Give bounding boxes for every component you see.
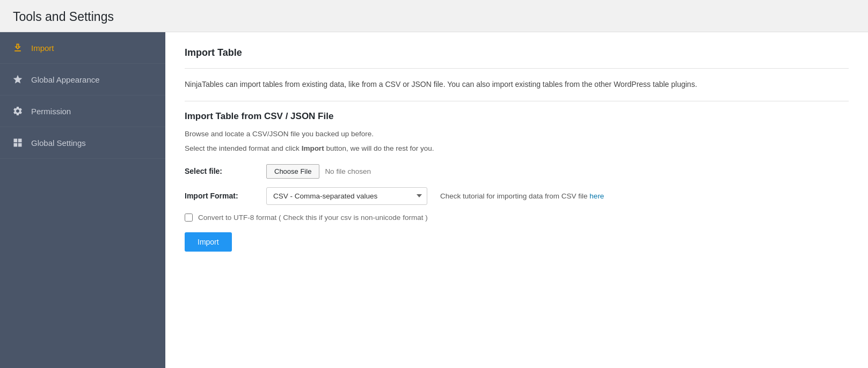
- sidebar-item-global-appearance[interactable]: Global Appearance: [0, 64, 165, 95]
- import-format-row: Import Format: CSV - Comma-separated val…: [185, 187, 849, 205]
- sub-desc-2-suffix: button, we will do the rest for you.: [324, 144, 434, 152]
- sidebar-item-global-appearance-label: Global Appearance: [31, 75, 100, 84]
- upload-icon: [12, 42, 24, 54]
- choose-file-button[interactable]: Choose File: [266, 164, 319, 179]
- sidebar-item-import[interactable]: Import: [0, 32, 165, 64]
- section-title: Import Table: [185, 47, 849, 58]
- tutorial-link[interactable]: here: [589, 192, 604, 200]
- sub-desc-2-bold: Import: [302, 144, 324, 152]
- utf8-checkbox-row: Convert to UTF-8 format ( Check this if …: [185, 214, 849, 222]
- select-file-row: Select file: Choose File No file chosen: [185, 164, 849, 179]
- sub-desc-1: Browse and locate a CSV/JSON file you ba…: [185, 128, 849, 140]
- sidebar-item-permission-label: Permission: [31, 107, 71, 116]
- page-header: Tools and Settings: [0, 0, 868, 32]
- import-button[interactable]: Import: [185, 232, 232, 252]
- sidebar: Import Global Appearance Permission: [0, 32, 165, 368]
- select-file-label: Select file:: [185, 167, 260, 175]
- tutorial-text: Check tutorial for importing data from C…: [440, 192, 604, 200]
- format-select[interactable]: CSV - Comma-separated values JSON - Java…: [266, 187, 427, 205]
- grid-icon: [12, 137, 24, 149]
- divider-1: [185, 68, 849, 69]
- subsection-title: Import Table from CSV / JSON File: [185, 111, 849, 122]
- format-select-wrapper: CSV - Comma-separated values JSON - Java…: [266, 187, 427, 205]
- main-layout: Import Global Appearance Permission: [0, 32, 868, 368]
- star-icon: [12, 73, 24, 85]
- sub-desc-2-prefix: Select the intended format and click: [185, 144, 302, 152]
- utf8-checkbox[interactable]: [185, 214, 193, 222]
- sidebar-item-global-settings-label: Global Settings: [31, 138, 86, 148]
- page-title: Tools and Settings: [13, 10, 855, 24]
- gear-icon: [12, 105, 24, 117]
- description: NinjaTables can import tables from exist…: [185, 78, 849, 91]
- divider-2: [185, 101, 849, 101]
- import-format-label: Import Format:: [185, 192, 260, 200]
- sub-desc-2: Select the intended format and click Imp…: [185, 143, 849, 154]
- sidebar-item-global-settings[interactable]: Global Settings: [0, 127, 165, 159]
- tutorial-text-prefix: Check tutorial for importing data from C…: [440, 192, 589, 200]
- utf8-checkbox-label[interactable]: Convert to UTF-8 format ( Check this if …: [198, 214, 428, 222]
- no-file-text: No file chosen: [325, 167, 371, 175]
- sidebar-item-permission[interactable]: Permission: [0, 95, 165, 127]
- file-input-wrapper: Choose File No file chosen: [266, 164, 371, 179]
- sidebar-item-import-label: Import: [31, 43, 54, 53]
- main-content: Import Table NinjaTables can import tabl…: [165, 32, 868, 368]
